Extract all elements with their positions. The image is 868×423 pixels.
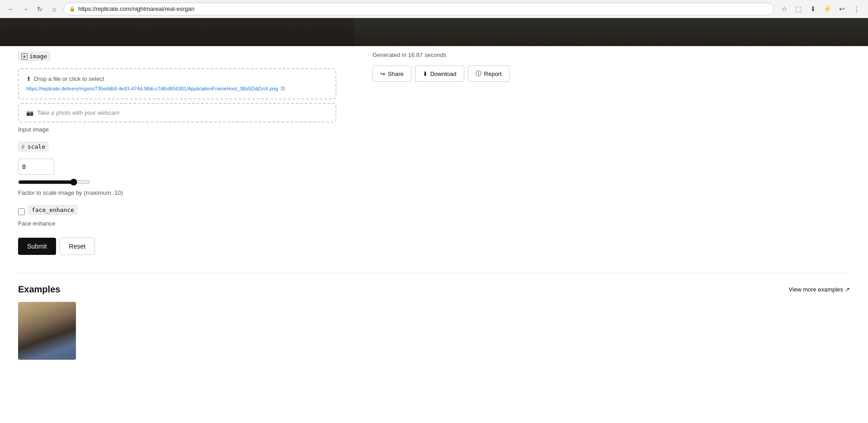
- scale-section: # scale Factor to scale image by (maximu…: [18, 142, 336, 196]
- face-enhance-description: Face enhance: [18, 220, 336, 227]
- drop-instructions: ⬆ Drop a file or click to select: [26, 75, 328, 82]
- examples-title: Examples: [18, 284, 60, 295]
- input-panel: ⊞ image ⬆ Drop a file or click to select…: [0, 46, 354, 262]
- hero-left: [0, 18, 354, 46]
- webcam-area[interactable]: 📷 Take a photo with your webcam: [18, 103, 336, 122]
- file-url-row: https://replicate.delivery/mgxm/735eddb9…: [26, 85, 328, 92]
- cat-image: [18, 302, 76, 360]
- generated-info: Generated in 16.87 seconds: [373, 52, 850, 58]
- face-enhance-section: face_enhance Face enhance: [18, 205, 336, 227]
- home-button[interactable]: ⌂: [49, 4, 60, 14]
- address-bar[interactable]: 🔒 https://replicate.com/nightmareai/real…: [63, 3, 774, 15]
- bookmark-button[interactable]: ☆: [778, 3, 790, 15]
- share-icon: ↪: [380, 70, 385, 77]
- scale-field-label: # scale: [18, 142, 48, 151]
- upload-icon: ⬆: [26, 75, 31, 82]
- hash-symbol: #: [21, 143, 25, 150]
- input-image-label: Input image: [18, 126, 336, 133]
- face-enhance-checkbox[interactable]: [18, 208, 25, 215]
- scale-number-input[interactable]: [18, 159, 54, 175]
- example-image-cat[interactable]: [18, 302, 76, 360]
- scale-description: Factor to scale image by (maximum: 10): [18, 189, 336, 196]
- back-browser-button[interactable]: ↩: [835, 3, 848, 15]
- submit-button[interactable]: Submit: [18, 238, 56, 255]
- file-url-text: https://replicate.delivery/mgxm/735eddb9…: [26, 86, 278, 91]
- back-button[interactable]: ←: [5, 4, 16, 14]
- share-button[interactable]: ↪ Share: [373, 66, 411, 82]
- view-more-link[interactable]: View more examples ↗: [789, 286, 850, 293]
- main-content: ⊞ image ⬆ Drop a file or click to select…: [0, 46, 868, 262]
- menu-button[interactable]: ⋮: [850, 3, 863, 15]
- report-icon: ⓘ: [476, 70, 481, 78]
- section-divider: [18, 273, 850, 273]
- reset-button[interactable]: Reset: [60, 238, 95, 255]
- face-enhance-row: face_enhance: [18, 205, 336, 218]
- url-text: https://replicate.com/nightmareai/real-e…: [78, 5, 194, 12]
- screenshot-button[interactable]: ⬚: [792, 3, 805, 15]
- browser-chrome: ← → ↻ ⌂ 🔒 https://replicate.com/nightmar…: [0, 0, 868, 18]
- extensions-button[interactable]: ⚡: [821, 3, 834, 15]
- lock-icon: 🔒: [69, 6, 75, 12]
- image-field-label: ⊞ image: [18, 52, 50, 61]
- report-button[interactable]: ⓘ Report: [468, 66, 509, 82]
- examples-header: Examples View more examples ↗: [18, 284, 850, 295]
- output-buttons: ↪ Share ⬇ Download ⓘ Report: [373, 66, 850, 82]
- browser-actions: ☆ ⬚ ⬇ ⚡ ↩ ⋮: [778, 3, 863, 15]
- download-button[interactable]: ⬇ Download: [415, 66, 464, 82]
- hero-image-bar: [0, 18, 868, 46]
- action-buttons: Submit Reset: [18, 238, 336, 255]
- scale-slider[interactable]: [18, 179, 90, 186]
- examples-section: Examples View more examples ↗: [0, 273, 868, 378]
- camera-icon: 📷: [26, 109, 33, 116]
- download-browser-button[interactable]: ⬇: [807, 3, 819, 15]
- copy-icon[interactable]: ⧉: [281, 85, 285, 92]
- example-images: [18, 302, 850, 360]
- image-field-icon: ⊞: [21, 53, 28, 60]
- download-icon: ⬇: [423, 70, 428, 77]
- hero-right: [354, 18, 868, 46]
- output-panel: Generated in 16.87 seconds ↪ Share ⬇ Dow…: [354, 46, 868, 262]
- file-drop-area[interactable]: ⬆ Drop a file or click to select https:/…: [18, 68, 336, 99]
- forward-button[interactable]: →: [20, 4, 31, 14]
- reload-button[interactable]: ↻: [34, 4, 45, 14]
- face-enhance-label: face_enhance: [28, 205, 77, 215]
